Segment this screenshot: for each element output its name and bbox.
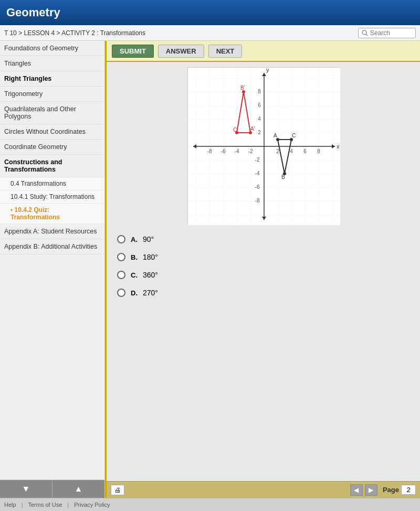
choice-c-row: C. 360° xyxy=(117,271,410,279)
sidebar-item-study[interactable]: 10.4.1 Study: Transformations xyxy=(0,190,104,204)
graph-container: x y -8 -6 -4 -2 2 4 6 8 8 6 4 2 -2 xyxy=(187,67,340,225)
sidebar-item-quadrilaterals[interactable]: Quadrilaterals and Other Polygons xyxy=(0,102,104,124)
svg-text:C: C xyxy=(292,133,296,139)
choice-d-radio[interactable] xyxy=(117,289,125,297)
svg-text:2: 2 xyxy=(258,130,261,135)
svg-text:8: 8 xyxy=(317,148,320,154)
sidebar-item-trigonometry[interactable]: Trigonometry xyxy=(0,87,104,102)
choice-b-radio[interactable] xyxy=(117,253,125,261)
choice-c-text: 360° xyxy=(143,271,158,279)
choice-c-letter: C. xyxy=(131,271,139,279)
footer-terms-link[interactable]: Terms of Use xyxy=(28,502,62,508)
page-input[interactable] xyxy=(401,485,416,495)
footer-privacy-link[interactable]: Privacy Policy xyxy=(74,502,110,508)
choice-c-radio[interactable] xyxy=(117,271,125,279)
sidebar-item-foundations[interactable]: Foundations of Geometry xyxy=(0,41,104,56)
svg-text:A': A' xyxy=(250,126,255,132)
footer-sep-1: | xyxy=(22,502,23,508)
choice-b-row: B. 180° xyxy=(117,253,410,261)
choice-d-text: 270° xyxy=(143,289,158,297)
choice-b-letter: B. xyxy=(131,253,139,261)
app-header: Geometry xyxy=(0,0,420,25)
sidebar: Foundations of Geometry Triangles Right … xyxy=(0,41,105,498)
coordinate-graph: x y -8 -6 -4 -2 2 4 6 8 8 6 4 2 -2 xyxy=(188,68,340,225)
sidebar-item-appendix-b[interactable]: Appendix B: Additional Activities xyxy=(0,239,104,254)
search-input[interactable] xyxy=(370,29,412,37)
svg-text:x: x xyxy=(337,143,340,150)
svg-text:B': B' xyxy=(240,85,245,91)
print-button[interactable]: 🖨 xyxy=(111,485,124,495)
sidebar-nav-buttons: ▼ ▲ xyxy=(0,480,104,498)
next-button[interactable]: NEXT xyxy=(208,45,243,58)
search-box[interactable] xyxy=(358,28,416,38)
answer-choices: A. 90° B. 180° C. 360° D. 270° xyxy=(107,230,420,481)
svg-text:-8: -8 xyxy=(207,148,212,154)
svg-text:-2: -2 xyxy=(255,157,259,163)
svg-line-1 xyxy=(366,34,368,36)
page-label: Page xyxy=(383,486,399,494)
sidebar-nav-down[interactable]: ▼ xyxy=(0,480,52,498)
footer-help-link[interactable]: Help xyxy=(4,502,16,508)
sidebar-item-unit-transformations[interactable]: 0.4 Transformations xyxy=(0,177,104,190)
sidebar-item-circles[interactable]: Circles Without Coordinates xyxy=(0,124,104,140)
content-toolbar: SUBMIT ANSWER NEXT xyxy=(107,41,420,62)
footer-sep-2: | xyxy=(67,502,69,508)
main-layout: Foundations of Geometry Triangles Right … xyxy=(0,41,420,498)
svg-text:B: B xyxy=(281,174,285,180)
content-area: SUBMIT ANSWER NEXT xyxy=(105,41,420,498)
svg-text:-6: -6 xyxy=(255,184,259,190)
sidebar-item-triangles[interactable]: Triangles xyxy=(0,56,104,71)
breadcrumb-bar: T 10 > LESSON 4 > ACTIVITY 2 : Transform… xyxy=(0,25,420,41)
bottom-bar: 🖨 ◀ ▶ Page xyxy=(107,481,420,498)
sidebar-item-constructions[interactable]: Constructions and Transformations xyxy=(0,155,104,177)
footer: Help | Terms of Use | Privacy Policy xyxy=(0,498,420,511)
svg-text:C': C' xyxy=(233,127,238,133)
svg-text:6: 6 xyxy=(303,148,307,154)
choice-b-text: 180° xyxy=(143,253,158,261)
choice-a-text: 90° xyxy=(143,235,154,243)
sidebar-nav-up[interactable]: ▲ xyxy=(52,480,104,498)
svg-text:y: y xyxy=(266,68,269,73)
svg-text:-8: -8 xyxy=(255,198,259,204)
choice-a-radio[interactable] xyxy=(117,235,125,243)
choice-d-row: D. 270° xyxy=(117,289,410,297)
next-page-button[interactable]: ▶ xyxy=(365,484,377,496)
prev-page-button[interactable]: ◀ xyxy=(350,484,363,496)
svg-text:8: 8 xyxy=(258,89,261,94)
choice-d-letter: D. xyxy=(131,289,139,297)
answer-button[interactable]: ANSWER xyxy=(158,45,204,58)
svg-text:2: 2 xyxy=(276,148,279,154)
svg-text:6: 6 xyxy=(258,102,261,108)
search-icon xyxy=(362,30,368,36)
submit-button[interactable]: SUBMIT xyxy=(112,45,154,58)
svg-text:-4: -4 xyxy=(255,171,259,176)
svg-point-0 xyxy=(362,30,366,35)
svg-text:A: A xyxy=(274,133,277,139)
sidebar-item-coordinate[interactable]: Coordinate Geometry xyxy=(0,140,104,155)
sidebar-item-quiz[interactable]: 10.4.2 Quiz: Transformations xyxy=(0,204,104,224)
choice-a-row: A. 90° xyxy=(117,235,410,243)
sidebar-item-right-triangles[interactable]: Right Triangles xyxy=(0,71,104,87)
svg-text:-4: -4 xyxy=(234,148,239,154)
breadcrumb: T 10 > LESSON 4 > ACTIVITY 2 : Transform… xyxy=(4,29,145,37)
svg-text:4: 4 xyxy=(258,116,261,122)
svg-text:-6: -6 xyxy=(220,148,225,154)
svg-text:-2: -2 xyxy=(248,148,253,154)
svg-text:4: 4 xyxy=(290,148,293,154)
sidebar-item-appendix-a[interactable]: Appendix A: Student Resources xyxy=(0,224,104,239)
app-title: Geometry xyxy=(6,6,60,19)
choice-a-letter: A. xyxy=(131,236,139,243)
